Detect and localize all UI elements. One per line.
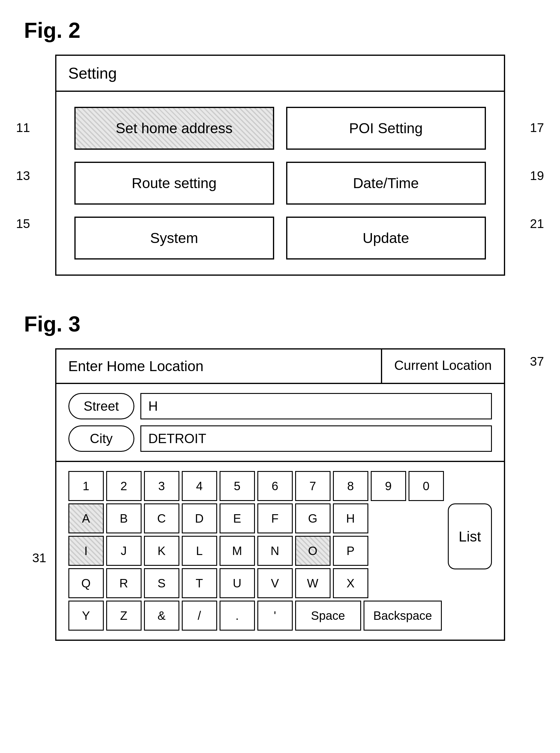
key-Q[interactable]: Q [68,568,104,598]
city-field-row: City DETROIT [68,425,492,452]
key-P[interactable]: P [333,536,368,566]
ref-15: 15 [16,217,30,231]
street-input[interactable]: H [140,393,492,419]
fig2-label: Fig. 2 [24,18,536,43]
key-6[interactable]: 6 [257,471,293,501]
fig3-section: Fig. 3 Enter Home Location Current Locat… [24,312,536,641]
ref-19: 19 [530,169,544,183]
fig2-section: Fig. 2 Setting Set home address POI Sett… [24,18,536,276]
fig3-wrapper: Enter Home Location Current Location Str… [40,348,520,641]
bottom-row: Y Z & / . ' Space Backspace [68,600,442,631]
fig2-container: Setting Set home address POI Setting Rou… [55,55,505,276]
row-abcdefgh: A B C D E F G H [68,503,442,533]
ref-13: 13 [16,169,30,183]
key-W[interactable]: W [295,568,331,598]
system-button[interactable]: System [74,217,274,259]
keyboard-main: A B C D E F G H I J K [68,503,492,631]
update-button[interactable]: Update [286,217,486,259]
key-U[interactable]: U [220,568,255,598]
key-slash[interactable]: / [182,600,217,631]
key-period[interactable]: . [220,600,255,631]
key-C[interactable]: C [144,503,179,533]
fig3-header: Enter Home Location Current Location [56,350,504,384]
key-Y[interactable]: Y [68,600,104,631]
key-A[interactable]: A [68,503,104,533]
fig3-fields: Street H City DETROIT [56,384,504,462]
key-E[interactable]: E [220,503,255,533]
key-F[interactable]: F [257,503,293,533]
key-5[interactable]: 5 [220,471,255,501]
keyboard-area: 31 1 2 3 4 5 6 7 8 9 0 [56,462,504,640]
row-ijklmnop: I J K L M N O P [68,536,442,566]
ref-17: 17 [530,121,544,135]
fig3-container: Enter Home Location Current Location Str… [55,348,505,641]
key-amp[interactable]: & [144,600,179,631]
key-4[interactable]: 4 [182,471,217,501]
fig2-grid: Set home address POI Setting Route setti… [56,92,504,275]
fig3-label: Fig. 3 [24,312,536,336]
key-X[interactable]: X [333,568,368,598]
ref-31: 31 [33,551,46,565]
poi-setting-button[interactable]: POI Setting [286,107,486,150]
key-3[interactable]: 3 [144,471,179,501]
date-time-button[interactable]: Date/Time [286,162,486,204]
set-home-button[interactable]: Set home address [74,107,274,150]
fig3-header-title: Enter Home Location [56,350,381,383]
backspace-button[interactable]: Backspace [363,600,442,631]
key-V[interactable]: V [257,568,293,598]
key-I[interactable]: I [68,536,104,566]
key-0[interactable]: 0 [408,471,444,501]
key-O[interactable]: O [295,536,331,566]
list-button[interactable]: List [448,503,492,569]
key-R[interactable]: R [106,568,142,598]
key-N[interactable]: N [257,536,293,566]
city-label[interactable]: City [68,425,134,452]
key-H[interactable]: H [333,503,368,533]
key-9[interactable]: 9 [371,471,406,501]
fig2-header: Setting [56,56,504,92]
key-D[interactable]: D [182,503,217,533]
fig2-wrapper: Setting Set home address POI Setting Rou… [40,55,520,276]
key-7[interactable]: 7 [295,471,331,501]
route-setting-button[interactable]: Route setting [74,162,274,204]
key-8[interactable]: 8 [333,471,368,501]
key-1[interactable]: 1 [68,471,104,501]
key-Z[interactable]: Z [106,600,142,631]
street-label[interactable]: Street [68,393,134,419]
current-location-button[interactable]: Current Location [381,350,504,383]
street-field-row: Street H [68,393,492,419]
key-T[interactable]: T [182,568,217,598]
key-apostrophe[interactable]: ' [257,600,293,631]
key-B[interactable]: B [106,503,142,533]
key-L[interactable]: L [182,536,217,566]
city-input[interactable]: DETROIT [140,425,492,452]
number-row: 1 2 3 4 5 6 7 8 9 0 [68,471,492,501]
space-button[interactable]: Space [295,600,361,631]
key-G[interactable]: G [295,503,331,533]
ref-37: 37 [530,354,544,369]
row-qrstuvwx: Q R S T U V W X [68,568,442,598]
key-K[interactable]: K [144,536,179,566]
keyboard-left: A B C D E F G H I J K [68,503,442,631]
key-J[interactable]: J [106,536,142,566]
key-M[interactable]: M [220,536,255,566]
ref-11: 11 [16,121,30,135]
ref-21: 21 [530,217,544,231]
key-2[interactable]: 2 [106,471,142,501]
key-S[interactable]: S [144,568,179,598]
